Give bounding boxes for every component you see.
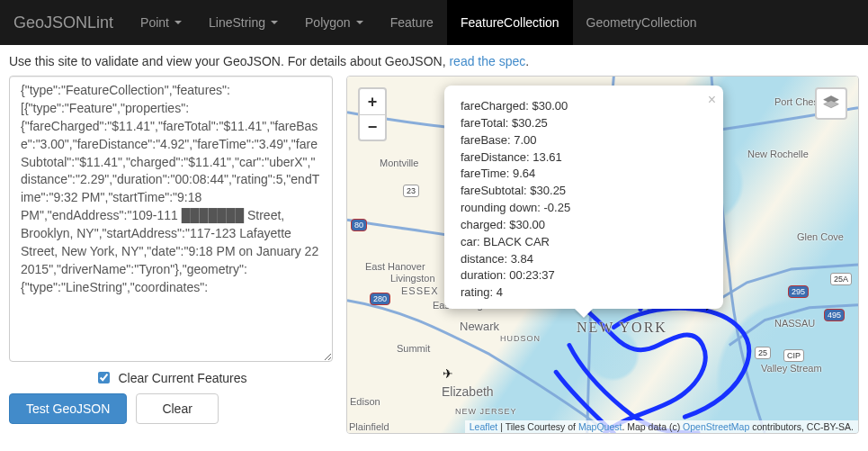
- geojson-input[interactable]: [9, 76, 333, 362]
- chevron-down-icon: [174, 21, 182, 24]
- nav-polygon[interactable]: Polygon: [291, 0, 377, 45]
- mapquest-link[interactable]: MapQuest: [578, 421, 622, 432]
- popup-line: fareCharged: $30.00: [461, 98, 707, 115]
- popup-line: fareDistance: 13.61: [461, 149, 707, 167]
- test-geojson-button[interactable]: Test GeoJSON: [9, 393, 127, 424]
- intro-text: Use this site to validate and view your …: [0, 45, 868, 76]
- chevron-down-icon: [271, 21, 278, 24]
- zoom-in-button[interactable]: +: [360, 89, 385, 114]
- popup-close-icon[interactable]: ×: [708, 89, 716, 110]
- clear-features-checkbox[interactable]: [98, 372, 110, 383]
- nav-linestring[interactable]: LineString: [195, 0, 291, 45]
- brand: GeoJSONLint: [13, 0, 127, 45]
- zoom-control: + −: [358, 87, 387, 141]
- spec-link[interactable]: read the spec: [449, 54, 525, 68]
- layers-icon: [822, 94, 840, 114]
- clear-button[interactable]: Clear: [136, 393, 218, 424]
- popup-line: rounding down: -0.25: [461, 200, 707, 217]
- popup-line: charged: $30.00: [461, 217, 707, 234]
- osm-link[interactable]: OpenStreetMap: [683, 421, 749, 432]
- navbar: GeoJSONLint Point LineString Polygon Fea…: [0, 0, 868, 45]
- nav-point[interactable]: Point: [127, 0, 195, 45]
- nav-items: Point LineString Polygon Feature Feature…: [127, 0, 710, 45]
- popup-line: fareBase: 7.00: [461, 132, 707, 149]
- clear-features-label: Clear Current Features: [118, 371, 246, 385]
- popup-line: fareSubtotal: $30.25: [461, 183, 707, 200]
- chevron-down-icon: [356, 21, 363, 24]
- map-attribution: Leaflet | Tiles Courtesy of MapQuest. Ma…: [465, 420, 858, 433]
- map[interactable]: NEW YORK Newark Elizabeth Montville Livi…: [346, 76, 859, 434]
- popup-line: fareTotal: $30.25: [461, 115, 707, 132]
- popup-line: duration: 00:23:37: [461, 267, 707, 284]
- editor-panel: Clear Current Features Test GeoJSON Clea…: [9, 76, 333, 434]
- svg-marker-1: [824, 100, 839, 107]
- popup-line: car: BLACK CAR: [461, 234, 707, 251]
- leaflet-link[interactable]: Leaflet: [470, 421, 498, 432]
- nav-featurecollection[interactable]: FeatureCollection: [447, 0, 573, 45]
- nav-geometrycollection[interactable]: GeometryCollection: [573, 0, 711, 45]
- map-popup: × fareCharged: $30.00 fareTotal: $30.25 …: [444, 86, 723, 309]
- popup-tip: [575, 309, 593, 318]
- zoom-out-button[interactable]: −: [360, 114, 385, 140]
- nav-feature[interactable]: Feature: [377, 0, 447, 45]
- layers-button[interactable]: [815, 87, 847, 120]
- popup-line: fareTime: 9.64: [461, 166, 707, 183]
- popup-line: distance: 3.84: [461, 251, 707, 268]
- clear-features-checkbox-row[interactable]: Clear Current Features: [9, 369, 333, 386]
- popup-line: rating: 4: [461, 284, 707, 302]
